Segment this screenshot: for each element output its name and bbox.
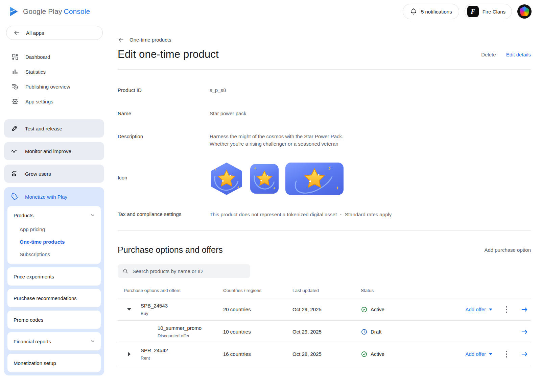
notifications-label: 5 notifications [421, 9, 452, 15]
sidebar-item-publishing-overview[interactable]: Publishing overview [0, 79, 109, 94]
monetize-label: Monetize with Play [25, 194, 67, 200]
sidebar-item-monetization-setup[interactable]: Monetization setup [7, 354, 101, 372]
description-label: Description [118, 133, 210, 139]
sidebar-item-app-settings[interactable]: App settings [0, 94, 109, 109]
table-row: 10_summer_promo Discounted offer 10 coun… [118, 321, 531, 343]
sidebar-group-label: Grow users [25, 171, 51, 177]
app-switcher-button[interactable]: F Fire Clans [465, 4, 512, 19]
edit-details-button[interactable]: Edit details [506, 52, 531, 57]
description-line1: Harness the might of the cosmos with the… [210, 133, 531, 140]
breadcrumb[interactable]: One-time products [118, 36, 531, 43]
sidebar-item-label: App settings [25, 99, 53, 104]
back-arrow-icon [13, 29, 20, 36]
card-label: Price experiments [14, 274, 54, 279]
delete-button[interactable]: Delete [481, 52, 496, 57]
gear-icon [11, 98, 19, 105]
card-label: Purchase recommendations [14, 295, 77, 301]
sidebar-item-subscriptions[interactable]: Subscriptions [7, 248, 101, 261]
product-icon-square [250, 164, 279, 194]
dot-separator: • [340, 212, 342, 216]
last-updated-cell: Oct 28, 2025 [292, 351, 361, 357]
description-line2: Whether you're a rising challenger or a … [210, 140, 531, 148]
sidebar-item-dashboard[interactable]: Dashboard [0, 49, 109, 64]
star-icon [302, 167, 327, 191]
description-value: Harness the might of the cosmos with the… [210, 133, 531, 148]
sidebar-item-statistics[interactable]: Statistics [0, 64, 109, 79]
all-apps-back-button[interactable]: All apps [6, 26, 103, 40]
sidebar-item-price-experiments[interactable]: Price experiments [7, 267, 101, 286]
dropdown-caret-icon [489, 309, 492, 311]
sidebar-group-label: Monitor and improve [25, 148, 71, 154]
add-purchase-option-button[interactable]: Add purchase option [484, 247, 531, 253]
search-box[interactable] [118, 264, 250, 278]
sidebar-item-monetize-with-play[interactable]: Monetize with Play [7, 187, 101, 206]
sidebar: All apps Dashboard Statistics [0, 23, 109, 392]
expand-row-icon[interactable] [128, 352, 131, 356]
tag-icon [11, 193, 18, 200]
col-header-countries: Countries / regions [223, 288, 292, 293]
add-offer-button[interactable]: Add offer [465, 351, 492, 357]
back-arrow-icon [118, 36, 124, 43]
row-menu-button[interactable] [504, 349, 509, 359]
sidebar-item-label: Statistics [25, 69, 46, 75]
row-menu-button[interactable] [504, 305, 509, 314]
collapse-row-icon[interactable] [127, 308, 131, 311]
products-label: Products [14, 213, 33, 218]
sidebar-item-grow-users[interactable]: Grow users [4, 165, 104, 183]
open-row-button[interactable] [521, 306, 528, 313]
rocket-icon [11, 125, 18, 132]
purchase-option-id: SPB_24543 [141, 303, 223, 309]
status-label: Draft [371, 329, 382, 335]
sub-item-label: One-time products [20, 239, 65, 245]
purchase-option-type: Buy [141, 311, 223, 316]
status-label: Active [371, 307, 384, 312]
dashboard-icon [11, 53, 19, 60]
page-title: Edit one-time product [118, 48, 219, 60]
check-circle-icon [361, 306, 368, 313]
purchase-section-title: Purchase options and offers [118, 245, 223, 255]
sidebar-item-test-and-release[interactable]: Test and release [4, 119, 104, 138]
card-label: Monetization setup [14, 360, 56, 366]
countries-cell: 10 countries [223, 329, 292, 335]
open-row-button[interactable] [521, 350, 528, 358]
icon-label: Icon [118, 163, 210, 180]
status-badge: Active [361, 351, 445, 358]
open-row-button[interactable] [521, 328, 528, 336]
product-icon-hexagon [210, 163, 243, 195]
sidebar-item-products[interactable]: Products [7, 207, 101, 223]
right-arrow-icon [521, 328, 528, 336]
add-offer-button[interactable]: Add offer [465, 307, 492, 312]
chevron-down-icon [90, 339, 95, 344]
table-row: SPB_24543 Buy 20 countries Oct 29, 2025 … [118, 298, 531, 321]
col-header-last-updated: Last updated [292, 288, 361, 293]
tax-value: This product does not represent a tokeni… [210, 211, 531, 218]
notifications-button[interactable]: 5 notifications [403, 4, 459, 19]
account-avatar[interactable] [517, 4, 532, 19]
sidebar-item-monitor-and-improve[interactable]: Monitor and improve [4, 142, 104, 160]
add-offer-label: Add offer [465, 351, 486, 357]
status-badge: Draft [361, 328, 445, 335]
breadcrumb-label[interactable]: One-time products [130, 37, 171, 43]
purchase-options-table: Purchase options and offers Countries / … [118, 288, 531, 365]
google-play-console-logo[interactable]: Google PlayConsole [9, 6, 90, 17]
publishing-overview-icon [11, 83, 19, 90]
sidebar-item-app-pricing[interactable]: App pricing [7, 223, 101, 236]
check-circle-icon [361, 351, 368, 358]
status-label: Active [371, 351, 384, 357]
lightning-icon [236, 186, 240, 190]
lightning-icon [253, 167, 257, 171]
name-label: Name [118, 110, 210, 116]
product-id-value: s_p_s8 [210, 87, 531, 94]
sidebar-item-one-time-products[interactable]: One-time products [7, 236, 101, 248]
sidebar-group-label: Test and release [25, 126, 62, 131]
sidebar-item-promo-codes[interactable]: Promo codes [7, 311, 101, 329]
last-updated-cell: Oct 29, 2025 [292, 329, 361, 335]
tax-label: Tax and compliance settings [118, 211, 210, 217]
search-input[interactable] [133, 268, 245, 274]
star-icon [255, 169, 274, 188]
sidebar-item-financial-reports[interactable]: Financial reports [7, 332, 101, 350]
lightning-icon [273, 187, 276, 190]
sidebar-item-purchase-recommendations[interactable]: Purchase recommendations [7, 289, 101, 307]
last-updated-cell: Oct 29, 2025 [292, 307, 361, 312]
product-icons [210, 163, 531, 195]
